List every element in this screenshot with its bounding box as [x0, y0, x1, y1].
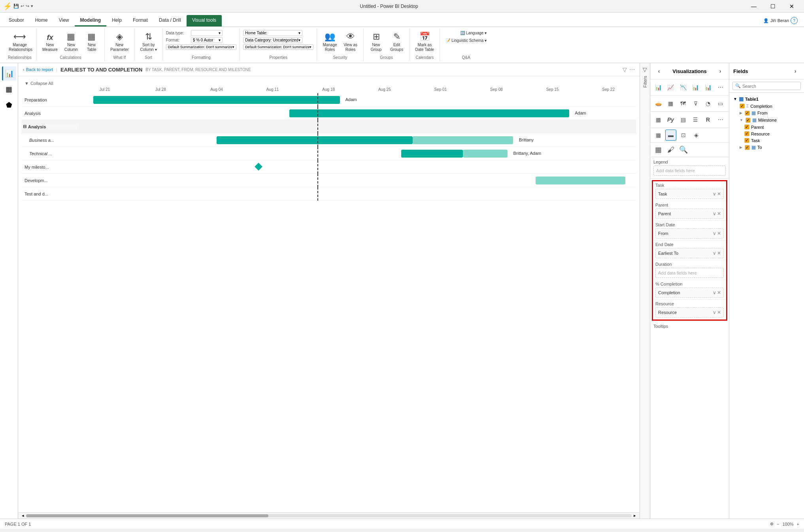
viz-icon-custom1[interactable]: ▦ — [653, 130, 664, 141]
enddate-dropdown-btn[interactable]: ∨ — [713, 250, 716, 256]
parent-remove-btn[interactable]: ✕ — [717, 211, 721, 216]
completion-dropdown-btn[interactable]: ∨ — [713, 290, 716, 295]
table1-header[interactable]: ▼ ▦ Table1 — [732, 95, 802, 103]
tab-modeling[interactable]: Modeling — [75, 15, 107, 26]
tab-soubor[interactable]: Soubor — [3, 15, 30, 26]
viz-icon-stacked-bar[interactable]: 📊 — [653, 82, 664, 93]
collapse-all-btn[interactable]: ▼ Collapse All — [21, 79, 636, 87]
tab-help[interactable]: Help — [106, 15, 127, 26]
minimize-btn[interactable]: — — [745, 0, 763, 13]
back-to-report-btn[interactable]: ‹ Back to report — [23, 67, 53, 72]
milestone-checkbox[interactable]: ✓ — [745, 118, 751, 123]
language-btn[interactable]: 🔤 Language ▾ — [458, 30, 489, 36]
quick-access-save[interactable]: 💾 — [13, 4, 19, 9]
hometable-dropdown[interactable]: Home Table:▾ — [243, 30, 302, 36]
new-column-btn[interactable]: ▦ NewColumn — [62, 30, 81, 54]
viz-icon-line[interactable]: 📉 — [678, 82, 689, 93]
help-icon[interactable]: ? — [791, 17, 798, 24]
legend-add-field[interactable]: Add data fields here — [653, 165, 726, 176]
tab-format[interactable]: Format — [127, 15, 153, 26]
new-table-btn[interactable]: ▦ NewTable — [82, 30, 101, 54]
viz-icon-card[interactable]: ▭ — [715, 98, 726, 109]
fit-page-btn[interactable]: ⊕ — [770, 521, 774, 526]
quick-access-redo[interactable]: ↪ — [26, 4, 29, 9]
task-dropdown-btn[interactable]: ∨ — [713, 191, 716, 197]
viz-analytics-icon[interactable]: 🔍 — [678, 144, 689, 155]
parent-dropdown-btn[interactable]: ∨ — [713, 211, 716, 216]
edit-groups-btn[interactable]: ✎ EditGroups — [387, 30, 406, 54]
list-item[interactable]: ▶ ✓ ▦ To — [732, 144, 802, 151]
summarization-dropdown[interactable]: Default Summarization: Don't summarize▾ — [166, 44, 236, 50]
more-options-icon[interactable]: ⋯ — [629, 66, 635, 73]
list-item[interactable]: ✓ Resource — [732, 130, 802, 137]
scroll-right-btn[interactable]: ▸ — [632, 513, 638, 519]
startdate-remove-btn[interactable]: ✕ — [717, 231, 721, 236]
viz-icon-custom3[interactable]: ⊡ — [678, 130, 689, 141]
resource-remove-btn[interactable]: ✕ — [717, 310, 721, 315]
viz-icon-area[interactable]: 📊 — [690, 82, 701, 93]
tab-view[interactable]: View — [53, 15, 75, 26]
viz-format-icon[interactable]: 🖌 — [665, 144, 676, 155]
list-item[interactable]: ✓ Task — [732, 137, 802, 144]
tab-data-drill[interactable]: Data / Drill — [153, 15, 187, 26]
resource-dropdown-btn[interactable]: ∨ — [713, 310, 716, 315]
gantt-container[interactable]: ▼ Collapse All Jul 21 Jul 28 Aug 04 Aug … — [18, 76, 640, 512]
list-item[interactable]: ✓ Parent — [732, 124, 802, 130]
viz-icon-table[interactable]: ▤ — [678, 114, 689, 125]
maximize-btn[interactable]: ☐ — [764, 0, 782, 13]
sidebar-icon-report[interactable]: 📊 — [2, 66, 16, 81]
enddate-remove-btn[interactable]: ✕ — [717, 250, 721, 256]
mark-date-table-btn[interactable]: 📅 Mark asDate Table — [413, 30, 437, 54]
list-item[interactable]: ▶ ✓ ▦ From — [732, 109, 802, 117]
to-checkbox[interactable]: ✓ — [745, 145, 750, 150]
viz-icon-clustered-bar[interactable]: 📈 — [665, 82, 676, 93]
viz-panel-back-btn[interactable]: ‹ — [654, 66, 664, 76]
prop-summarization-dropdown[interactable]: Default Summarization: Don't summarize▾ — [243, 44, 313, 50]
new-measure-btn[interactable]: fx NewMeasure — [40, 32, 60, 54]
scroll-thumb[interactable] — [26, 514, 268, 517]
tab-home[interactable]: Home — [30, 15, 53, 26]
duration-well-field[interactable]: Add data fields here — [655, 268, 724, 278]
viz-panel-forward-btn[interactable]: › — [715, 66, 725, 76]
startdate-dropdown-btn[interactable]: ∨ — [713, 231, 716, 236]
viz-icon-map[interactable]: 🗺 — [678, 98, 689, 109]
fields-panel-expand-btn[interactable]: › — [791, 66, 800, 76]
viz-icon-custom4[interactable]: ◈ — [691, 130, 702, 141]
view-as-roles-btn[interactable]: 👁 View asRoles — [341, 30, 360, 54]
quick-access-more[interactable]: ▾ — [31, 4, 33, 9]
task-remove-btn[interactable]: ✕ — [717, 191, 721, 197]
viz-icon-gauge[interactable]: ◔ — [702, 98, 713, 109]
list-item[interactable]: ✓ Σ Completion — [732, 103, 802, 109]
scroll-left-btn[interactable]: ◂ — [20, 513, 26, 519]
datacategory-dropdown[interactable]: Data Category: Uncategorized▾ — [243, 37, 302, 43]
viz-icon-treemap[interactable]: ▦ — [665, 98, 676, 109]
viz-icon-python[interactable]: Py — [665, 114, 676, 125]
zoom-out-btn[interactable]: − — [777, 522, 779, 526]
completion-remove-btn[interactable]: ✕ — [717, 290, 721, 295]
sidebar-icon-model[interactable]: ⬟ — [2, 98, 16, 112]
viz-icon-pie[interactable]: 🥧 — [653, 98, 664, 109]
viz-icon-r[interactable]: R — [702, 114, 713, 125]
manage-roles-btn[interactable]: 👥 ManageRoles — [320, 30, 339, 54]
viz-icon-ribbon[interactable]: 📊 — [702, 82, 713, 93]
zoom-in-btn[interactable]: + — [797, 522, 799, 526]
sidebar-icon-data[interactable]: ▦ — [2, 82, 16, 96]
fields-search-input[interactable] — [742, 84, 798, 88]
viz-icon-scatter[interactable]: ⋯ — [715, 82, 726, 93]
filter-funnel-icon[interactable]: ▽ — [643, 66, 647, 73]
parent-checkbox[interactable]: ✓ — [744, 124, 749, 130]
quick-access-undo[interactable]: ↩ — [21, 4, 24, 9]
close-btn[interactable]: ✕ — [783, 0, 801, 13]
viz-icon-slicer[interactable]: ☰ — [690, 114, 701, 125]
completion-checkbox[interactable]: ✓ — [740, 103, 745, 109]
filter-icon[interactable]: ▽ — [623, 66, 627, 73]
tab-visual-tools[interactable]: Visual tools — [187, 15, 222, 26]
sort-by-column-btn[interactable]: ⇅ Sort byColumn ▾ — [138, 30, 159, 54]
from-checkbox[interactable]: ✓ — [745, 111, 750, 116]
new-parameter-btn[interactable]: ◈ NewParameter — [108, 30, 131, 54]
viz-icon-matrix[interactable]: ▦ — [653, 114, 664, 125]
viz-icon-gantt[interactable]: ▬ — [665, 130, 676, 141]
scroll-track[interactable] — [26, 514, 632, 517]
viz-icon-more[interactable]: ⋯ — [715, 114, 726, 125]
datatype-dropdown[interactable]: ▾ — [191, 30, 223, 36]
